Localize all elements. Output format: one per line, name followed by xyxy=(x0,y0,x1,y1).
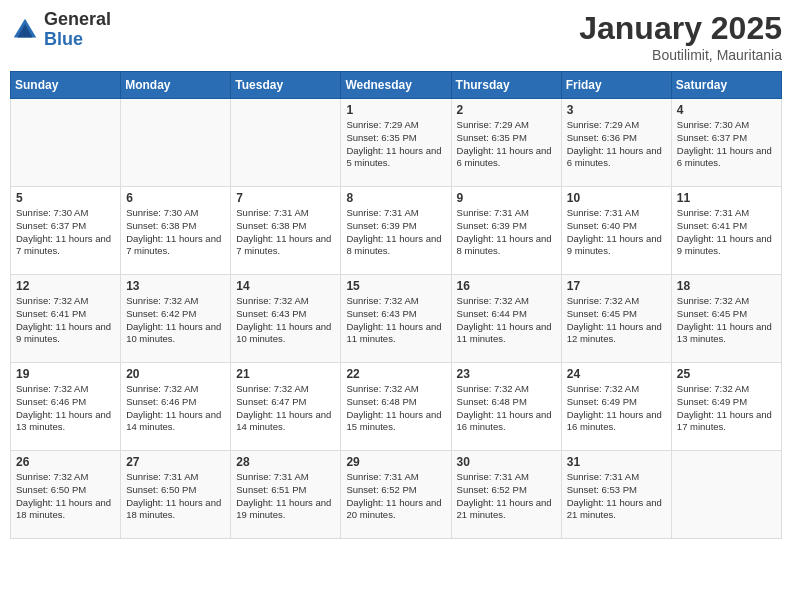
day-cell xyxy=(121,99,231,187)
day-number: 17 xyxy=(567,279,666,293)
day-cell: 30Sunrise: 7:31 AMSunset: 6:52 PMDayligh… xyxy=(451,451,561,539)
day-number: 1 xyxy=(346,103,445,117)
day-cell: 12Sunrise: 7:32 AMSunset: 6:41 PMDayligh… xyxy=(11,275,121,363)
day-number: 11 xyxy=(677,191,776,205)
location: Boutilimit, Mauritania xyxy=(579,47,782,63)
page-header: General Blue January 2025 Boutilimit, Ma… xyxy=(10,10,782,63)
day-info: Sunrise: 7:32 AMSunset: 6:48 PMDaylight:… xyxy=(457,383,556,434)
day-cell: 7Sunrise: 7:31 AMSunset: 6:38 PMDaylight… xyxy=(231,187,341,275)
day-info: Sunrise: 7:32 AMSunset: 6:47 PMDaylight:… xyxy=(236,383,335,434)
day-number: 3 xyxy=(567,103,666,117)
day-info: Sunrise: 7:31 AMSunset: 6:51 PMDaylight:… xyxy=(236,471,335,522)
day-cell: 31Sunrise: 7:31 AMSunset: 6:53 PMDayligh… xyxy=(561,451,671,539)
day-info: Sunrise: 7:31 AMSunset: 6:39 PMDaylight:… xyxy=(457,207,556,258)
day-number: 12 xyxy=(16,279,115,293)
day-info: Sunrise: 7:32 AMSunset: 6:41 PMDaylight:… xyxy=(16,295,115,346)
logo: General Blue xyxy=(10,10,111,50)
day-number: 26 xyxy=(16,455,115,469)
day-info: Sunrise: 7:31 AMSunset: 6:38 PMDaylight:… xyxy=(236,207,335,258)
day-cell: 5Sunrise: 7:30 AMSunset: 6:37 PMDaylight… xyxy=(11,187,121,275)
day-number: 8 xyxy=(346,191,445,205)
day-cell: 8Sunrise: 7:31 AMSunset: 6:39 PMDaylight… xyxy=(341,187,451,275)
day-info: Sunrise: 7:32 AMSunset: 6:42 PMDaylight:… xyxy=(126,295,225,346)
weekday-header-sunday: Sunday xyxy=(11,72,121,99)
day-cell: 26Sunrise: 7:32 AMSunset: 6:50 PMDayligh… xyxy=(11,451,121,539)
day-cell: 28Sunrise: 7:31 AMSunset: 6:51 PMDayligh… xyxy=(231,451,341,539)
day-cell: 20Sunrise: 7:32 AMSunset: 6:46 PMDayligh… xyxy=(121,363,231,451)
day-number: 6 xyxy=(126,191,225,205)
day-info: Sunrise: 7:32 AMSunset: 6:45 PMDaylight:… xyxy=(567,295,666,346)
day-info: Sunrise: 7:31 AMSunset: 6:41 PMDaylight:… xyxy=(677,207,776,258)
day-cell: 16Sunrise: 7:32 AMSunset: 6:44 PMDayligh… xyxy=(451,275,561,363)
day-number: 28 xyxy=(236,455,335,469)
day-cell xyxy=(11,99,121,187)
day-info: Sunrise: 7:30 AMSunset: 6:38 PMDaylight:… xyxy=(126,207,225,258)
day-cell: 6Sunrise: 7:30 AMSunset: 6:38 PMDaylight… xyxy=(121,187,231,275)
day-number: 30 xyxy=(457,455,556,469)
week-row-2: 5Sunrise: 7:30 AMSunset: 6:37 PMDaylight… xyxy=(11,187,782,275)
day-cell: 2Sunrise: 7:29 AMSunset: 6:35 PMDaylight… xyxy=(451,99,561,187)
weekday-header-friday: Friday xyxy=(561,72,671,99)
logo-icon xyxy=(10,15,40,45)
day-cell: 11Sunrise: 7:31 AMSunset: 6:41 PMDayligh… xyxy=(671,187,781,275)
day-info: Sunrise: 7:29 AMSunset: 6:36 PMDaylight:… xyxy=(567,119,666,170)
month-title: January 2025 xyxy=(579,10,782,47)
day-info: Sunrise: 7:32 AMSunset: 6:44 PMDaylight:… xyxy=(457,295,556,346)
day-info: Sunrise: 7:31 AMSunset: 6:52 PMDaylight:… xyxy=(346,471,445,522)
day-number: 27 xyxy=(126,455,225,469)
day-number: 7 xyxy=(236,191,335,205)
day-info: Sunrise: 7:31 AMSunset: 6:53 PMDaylight:… xyxy=(567,471,666,522)
day-number: 15 xyxy=(346,279,445,293)
day-cell: 29Sunrise: 7:31 AMSunset: 6:52 PMDayligh… xyxy=(341,451,451,539)
day-info: Sunrise: 7:32 AMSunset: 6:46 PMDaylight:… xyxy=(126,383,225,434)
weekday-header-wednesday: Wednesday xyxy=(341,72,451,99)
day-info: Sunrise: 7:31 AMSunset: 6:39 PMDaylight:… xyxy=(346,207,445,258)
weekday-header-row: SundayMondayTuesdayWednesdayThursdayFrid… xyxy=(11,72,782,99)
day-info: Sunrise: 7:32 AMSunset: 6:48 PMDaylight:… xyxy=(346,383,445,434)
day-number: 18 xyxy=(677,279,776,293)
weekday-header-saturday: Saturday xyxy=(671,72,781,99)
day-number: 23 xyxy=(457,367,556,381)
day-cell: 13Sunrise: 7:32 AMSunset: 6:42 PMDayligh… xyxy=(121,275,231,363)
weekday-header-tuesday: Tuesday xyxy=(231,72,341,99)
day-cell: 19Sunrise: 7:32 AMSunset: 6:46 PMDayligh… xyxy=(11,363,121,451)
day-info: Sunrise: 7:31 AMSunset: 6:50 PMDaylight:… xyxy=(126,471,225,522)
day-cell: 22Sunrise: 7:32 AMSunset: 6:48 PMDayligh… xyxy=(341,363,451,451)
weekday-header-monday: Monday xyxy=(121,72,231,99)
day-cell: 3Sunrise: 7:29 AMSunset: 6:36 PMDaylight… xyxy=(561,99,671,187)
week-row-4: 19Sunrise: 7:32 AMSunset: 6:46 PMDayligh… xyxy=(11,363,782,451)
weekday-header-thursday: Thursday xyxy=(451,72,561,99)
logo-general: General xyxy=(44,10,111,30)
day-number: 31 xyxy=(567,455,666,469)
day-info: Sunrise: 7:32 AMSunset: 6:49 PMDaylight:… xyxy=(567,383,666,434)
day-cell: 1Sunrise: 7:29 AMSunset: 6:35 PMDaylight… xyxy=(341,99,451,187)
day-cell: 9Sunrise: 7:31 AMSunset: 6:39 PMDaylight… xyxy=(451,187,561,275)
day-cell: 21Sunrise: 7:32 AMSunset: 6:47 PMDayligh… xyxy=(231,363,341,451)
day-info: Sunrise: 7:30 AMSunset: 6:37 PMDaylight:… xyxy=(16,207,115,258)
day-cell: 23Sunrise: 7:32 AMSunset: 6:48 PMDayligh… xyxy=(451,363,561,451)
day-cell: 17Sunrise: 7:32 AMSunset: 6:45 PMDayligh… xyxy=(561,275,671,363)
day-number: 9 xyxy=(457,191,556,205)
title-area: January 2025 Boutilimit, Mauritania xyxy=(579,10,782,63)
day-cell: 27Sunrise: 7:31 AMSunset: 6:50 PMDayligh… xyxy=(121,451,231,539)
day-cell: 4Sunrise: 7:30 AMSunset: 6:37 PMDaylight… xyxy=(671,99,781,187)
day-number: 4 xyxy=(677,103,776,117)
day-cell: 14Sunrise: 7:32 AMSunset: 6:43 PMDayligh… xyxy=(231,275,341,363)
day-cell: 18Sunrise: 7:32 AMSunset: 6:45 PMDayligh… xyxy=(671,275,781,363)
day-cell: 25Sunrise: 7:32 AMSunset: 6:49 PMDayligh… xyxy=(671,363,781,451)
day-number: 21 xyxy=(236,367,335,381)
day-info: Sunrise: 7:32 AMSunset: 6:49 PMDaylight:… xyxy=(677,383,776,434)
day-cell: 10Sunrise: 7:31 AMSunset: 6:40 PMDayligh… xyxy=(561,187,671,275)
day-number: 25 xyxy=(677,367,776,381)
day-number: 13 xyxy=(126,279,225,293)
week-row-3: 12Sunrise: 7:32 AMSunset: 6:41 PMDayligh… xyxy=(11,275,782,363)
day-info: Sunrise: 7:31 AMSunset: 6:52 PMDaylight:… xyxy=(457,471,556,522)
day-number: 5 xyxy=(16,191,115,205)
logo-blue: Blue xyxy=(44,30,111,50)
day-info: Sunrise: 7:32 AMSunset: 6:43 PMDaylight:… xyxy=(346,295,445,346)
day-info: Sunrise: 7:30 AMSunset: 6:37 PMDaylight:… xyxy=(677,119,776,170)
day-cell: 24Sunrise: 7:32 AMSunset: 6:49 PMDayligh… xyxy=(561,363,671,451)
day-info: Sunrise: 7:29 AMSunset: 6:35 PMDaylight:… xyxy=(457,119,556,170)
day-info: Sunrise: 7:32 AMSunset: 6:43 PMDaylight:… xyxy=(236,295,335,346)
day-number: 20 xyxy=(126,367,225,381)
